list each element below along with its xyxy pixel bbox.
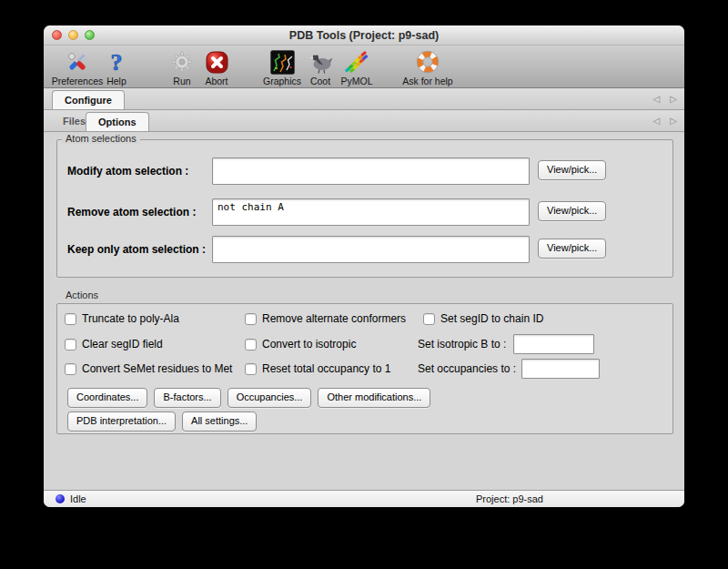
modify-selection-input[interactable] (212, 157, 530, 185)
app-window: PDB Tools (Project: p9-sad) Preferenc (44, 25, 684, 507)
toolbar-label: Ask for help (402, 76, 452, 86)
keep-only-selection-input[interactable] (212, 236, 530, 263)
toolbar-button-pymol[interactable]: PyMOL (336, 47, 378, 86)
checkbox-clear-segid-field[interactable]: Clear segID field (65, 337, 163, 351)
set-occupancies-input[interactable] (521, 359, 600, 379)
actions-group-label: Actions (62, 290, 102, 300)
toolbar-label: Coot (310, 76, 330, 86)
graphics-icon (270, 48, 295, 76)
status-text: Idle (70, 491, 86, 507)
b-factors-button[interactable]: B-factors... (154, 388, 220, 408)
tabbar-files-options: Files Options (44, 110, 684, 132)
occupancies-button[interactable]: Occupancies... (228, 388, 312, 408)
checkbox-set-segid-to-chain-id[interactable]: Set segID to chain ID (423, 311, 543, 326)
tab-scroll-controls (653, 110, 677, 132)
atom-selections-group-label: Atom selections (62, 133, 140, 144)
help-icon: ? (105, 48, 128, 76)
keep-only-selection-label: Keep only atom selection : (67, 236, 206, 263)
set-isotropic-b-label: Set isotropic B to : (418, 334, 506, 354)
toolbar-button-run[interactable]: Run (164, 47, 200, 86)
checkbox-reset-total-occupancy[interactable]: Reset total occupancy to 1 (245, 361, 390, 376)
toolbar-button-abort[interactable]: Abort (197, 47, 237, 86)
tab-scroll-left-icon[interactable] (653, 117, 661, 126)
toolbar: Preferences ? Help (44, 46, 684, 88)
remove-selection-row: Remove atom selection : not chain A View… (57, 198, 672, 226)
pymol-helix-icon (343, 48, 370, 76)
checkbox-icon[interactable] (65, 313, 76, 325)
checkbox-remove-alternate-conformers[interactable]: Remove alternate conformers (245, 311, 406, 326)
keep-only-viewpick-button[interactable]: View/pick... (538, 239, 606, 259)
toolbar-label: Run (173, 76, 190, 86)
toolbar-button-coot[interactable]: Coot (304, 47, 337, 86)
all-settings-button[interactable]: All settings... (182, 412, 257, 432)
toolbar-button-ask-for-help[interactable]: Ask for help (391, 47, 464, 86)
window-title: PDB Tools (Project: p9-sad) (44, 25, 684, 46)
other-modifications-button[interactable]: Other modifications... (318, 388, 430, 408)
set-occupancies-label: Set occupancies to : (418, 359, 516, 379)
toolbar-button-help[interactable]: ? Help (100, 47, 133, 86)
tab-scroll-right-icon[interactable] (670, 95, 677, 104)
project-label: Project: p9-sad (476, 491, 543, 507)
remove-selection-label: Remove atom selection : (67, 198, 196, 226)
svg-text:?: ? (111, 49, 123, 75)
checkbox-convert-semet-to-met[interactable]: Convert SeMet residues to Met (65, 361, 232, 376)
tab-options[interactable]: Options (86, 112, 149, 131)
abort-icon (205, 48, 229, 76)
coot-bird-icon (307, 48, 334, 76)
actions-button-row-1: Coordinates... B-factors... Occupancies.… (67, 388, 430, 408)
tab-scroll-controls (653, 88, 677, 110)
run-gear-icon (169, 48, 195, 76)
modify-viewpick-button[interactable]: View/pick... (538, 160, 606, 180)
tab-scroll-right-icon[interactable] (670, 117, 677, 126)
tab-configure[interactable]: Configure (52, 90, 125, 109)
life-ring-icon (415, 48, 440, 76)
toolbar-label: Preferences (52, 76, 104, 86)
tab-scroll-left-icon[interactable] (653, 95, 661, 104)
tabbar-configure: Configure (44, 88, 684, 110)
pdb-interpretation-button[interactable]: PDB interpretation... (67, 412, 176, 432)
checkbox-convert-to-isotropic[interactable]: Convert to isotropic (245, 337, 356, 351)
set-isotropic-b-input[interactable] (513, 334, 594, 354)
checkbox-icon[interactable] (423, 313, 435, 325)
remove-viewpick-button[interactable]: View/pick... (538, 201, 606, 221)
toolbar-label: Help (106, 76, 126, 86)
modify-selection-label: Modify atom selection : (67, 157, 188, 185)
checkbox-icon[interactable] (245, 313, 257, 325)
toolbar-button-graphics[interactable]: Graphics (257, 47, 308, 86)
titlebar: PDB Tools (Project: p9-sad) (44, 25, 684, 46)
checkbox-icon[interactable] (245, 339, 257, 351)
statusbar: Idle Project: p9-sad (44, 490, 684, 507)
toolbar-label: Abort (205, 76, 228, 86)
status-indicator-icon (56, 494, 65, 503)
toolbar-button-preferences[interactable]: Preferences (48, 47, 106, 86)
preferences-icon (65, 48, 90, 76)
actions-group: Truncate to poly-Ala Remove alternate co… (56, 303, 673, 434)
coordinates-button[interactable]: Coordinates... (67, 388, 147, 408)
checkbox-icon[interactable] (65, 339, 76, 351)
keep-only-selection-row: Keep only atom selection : View/pick... (57, 236, 672, 263)
checkbox-icon[interactable] (245, 363, 257, 375)
atom-selections-group: Modify atom selection : View/pick... Rem… (56, 139, 673, 278)
toolbar-label: PyMOL (340, 76, 372, 86)
remove-selection-input[interactable]: not chain A (212, 198, 530, 226)
actions-button-row-2: PDB interpretation... All settings... (67, 412, 257, 432)
toolbar-label: Graphics (263, 76, 301, 86)
modify-selection-row: Modify atom selection : View/pick... (57, 157, 672, 185)
options-panel: Atom selections Modify atom selection : … (44, 132, 684, 490)
checkbox-truncate-poly-ala[interactable]: Truncate to poly-Ala (65, 311, 179, 326)
checkbox-icon[interactable] (65, 363, 76, 375)
